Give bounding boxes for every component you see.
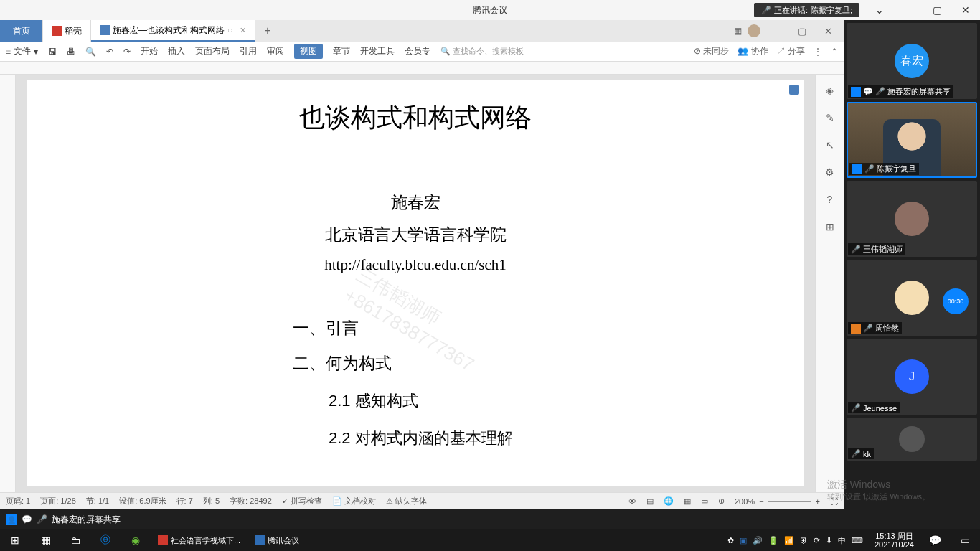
tray-keyboard-icon[interactable]: ⌨ [852,536,863,545]
command-search[interactable]: 🔍 查找命令、搜索模板 [440,46,524,57]
vertical-ruler [0,75,16,492]
zoom-out-icon[interactable]: − [759,497,763,506]
view-focus-icon[interactable]: ▭ [701,496,708,506]
tray-sync-icon[interactable]: ⟳ [814,536,820,545]
tray-download-icon[interactable]: ⬇ [826,536,832,545]
notification-center-icon[interactable]: 💬 [920,529,950,551]
status-icon [851,324,861,334]
more-icon[interactable]: ⋮ [814,47,822,57]
participant-tile[interactable]: 🎤 陈振宇复旦 [847,102,977,178]
menu-chapter[interactable]: 章节 [333,45,350,57]
status-missing-font[interactable]: ⚠ 缺失字体 [386,496,427,507]
user-avatar-icon[interactable] [748,24,760,37]
presenter-icon [852,164,862,174]
plus-icon: + [264,24,270,37]
participant-tile[interactable]: 🎤 王伟韬湖师 [847,181,977,257]
preview-icon[interactable]: 🔍 [85,47,96,57]
tray-app-icon[interactable]: ▣ [740,536,747,545]
tray-ime[interactable]: 中 [838,535,846,546]
wps-window: 首页 稻壳 施春宏—也谈构式和构式网络 ○ ✕ + ▦ — ▢ ✕ [0,20,844,509]
menu-layout[interactable]: 页面布局 [195,45,230,57]
print-icon[interactable]: 🖶 [67,47,75,57]
new-tab-button[interactable]: + [255,20,279,42]
tray-wifi-icon[interactable]: 📶 [784,536,794,545]
status-doccheck[interactable]: 📄 文档校对 [332,496,376,507]
edge-browser-icon[interactable]: ⓔ [90,529,121,551]
taskbar-app[interactable]: 社会语言学视域下... [151,529,248,551]
maximize-button[interactable]: ▢ [923,0,951,20]
view-read-icon[interactable]: 👁 [628,497,636,506]
view-outline-icon[interactable]: ▦ [684,496,691,506]
redo-icon[interactable]: ↷ [123,47,131,57]
task-view-button[interactable]: ▦ [30,529,60,551]
avatar [899,426,925,452]
start-button[interactable]: ⊞ [0,529,30,551]
location-pin-icon[interactable] [789,85,799,95]
sharing-label: 施春宏的屏幕共享 [52,514,121,526]
help-icon[interactable]: ? [827,194,833,205]
fullscreen-icon[interactable]: ⛶ [830,497,838,506]
collapse-ribbon-icon[interactable]: ⌃ [831,47,838,57]
view-tools-icon[interactable]: ⊕ [718,496,725,506]
shared-screen-area: 首页 稻壳 施春宏—也谈构式和构式网络 ○ ✕ + ▦ — ▢ ✕ [0,20,844,509]
status-spellcheck[interactable]: ✓ 拼写检查 [282,496,322,507]
tray-volume-icon[interactable]: 🔊 [753,536,763,545]
status-chars[interactable]: 字数: 28492 [230,496,272,507]
menu-devtools[interactable]: 开发工具 [360,45,395,57]
pencil-icon[interactable]: ✎ [826,112,834,123]
status-page[interactable]: 页码: 1 [6,496,30,507]
minimize-button[interactable]: — [894,0,923,20]
grid-icon[interactable]: ▦ [734,26,742,36]
share-button[interactable]: ↗ 分享 [777,45,805,57]
more-tools-icon[interactable]: ⊞ [826,221,834,232]
menu-view[interactable]: 视图 [294,44,323,59]
undo-icon[interactable]: ↶ [106,47,113,57]
menu-member[interactable]: 会员专 [405,45,430,57]
participant-tile[interactable]: 🎤 kk [847,418,977,461]
taskbar-clock[interactable]: 15:13 周日 2021/10/24 [869,532,920,549]
file-menu[interactable]: ≡ 文件 ▾ [6,45,38,57]
tray-battery-icon[interactable]: 🔋 [768,536,778,545]
zoom-in-icon[interactable]: + [816,497,820,506]
taskbar-app[interactable]: 腾讯会议 [248,529,306,551]
browser-icon[interactable]: ◉ [121,529,151,551]
tray-flower-icon[interactable]: ✿ [727,536,734,545]
view-web-icon[interactable]: 🌐 [664,496,674,506]
wps-tab-doke[interactable]: 稻壳 [43,20,91,42]
zoom-slider[interactable] [768,501,811,502]
settings-icon[interactable]: ⚙ [825,166,834,178]
diamond-icon[interactable]: ◈ [826,85,834,96]
wps-tab-home[interactable]: 首页 [0,20,43,42]
wps-content-area: 也谈构式和构式网络 施春宏 北京语言大学语言科学院 http://faculty… [0,75,844,492]
collab-button[interactable]: 👥 协作 [738,45,768,57]
menu-start[interactable]: 开始 [141,45,158,57]
menu-review[interactable]: 审阅 [267,45,284,57]
participant-tile[interactable]: 春宏 💬 🎤 施春宏的屏幕共享 [847,23,977,99]
cursor-icon[interactable]: ↖ [826,139,834,151]
wps-maximize-button[interactable]: ▢ [792,22,812,39]
wps-status-bar: 页码: 1 页面: 1/28 节: 1/1 设值: 6.9厘米 行: 7 列: … [0,492,844,509]
action-center-icon[interactable]: ▭ [950,529,980,551]
menu-insert[interactable]: 插入 [168,45,185,57]
wps-tab-document[interactable]: 施春宏—也谈构式和构式网络 ○ ✕ [91,20,255,42]
participant-tile[interactable]: J 🎤 Jeunesse [847,339,977,415]
file-explorer-icon[interactable]: 🗀 [60,529,90,551]
close-button[interactable]: ✕ [951,0,980,20]
tray-shield-icon[interactable]: ⛨ [800,536,808,545]
save-icon[interactable]: 🖫 [48,47,57,57]
view-page-icon[interactable]: ▤ [646,496,654,506]
page-scroll-area[interactable]: 也谈构式和构式网络 施春宏 北京语言大学语言科学院 http://faculty… [16,75,815,492]
unsync-status[interactable]: ⊘ 未同步 [694,45,729,57]
zoom-control[interactable]: 200% − + [735,497,820,506]
doke-icon [52,26,62,36]
chevron-down-icon: ▾ [34,47,38,57]
collapse-button[interactable]: ⌄ [865,0,894,20]
wps-minimize-button[interactable]: — [766,22,786,39]
status-pageof[interactable]: 页面: 1/28 [40,496,76,507]
app-icon [255,535,265,545]
mic-muted-icon: 🎤 [851,245,861,254]
menu-reference[interactable]: 引用 [240,45,257,57]
participant-tile[interactable]: 00:30 🎤 周怡然 [847,260,977,336]
close-tab-icon[interactable]: ✕ [240,26,246,35]
wps-close-button[interactable]: ✕ [818,22,838,39]
